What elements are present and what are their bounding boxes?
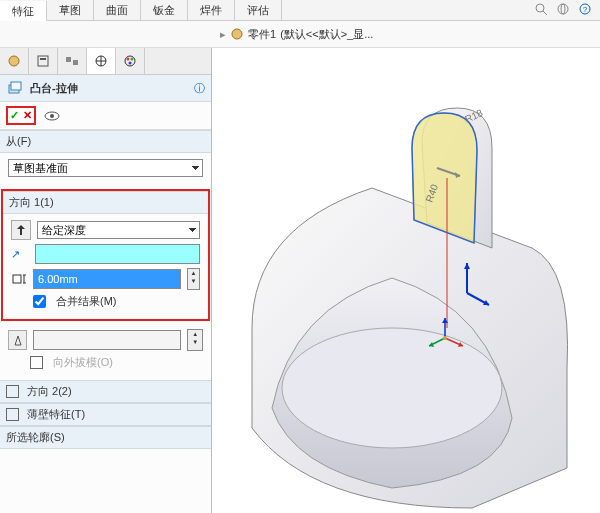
from-select[interactable]: 草图基准面 (8, 159, 203, 177)
draft-spinner[interactable]: ▲▼ (187, 329, 203, 351)
breadcrumb-bar: ▸ 零件1 (默认<<默认>_显... (0, 21, 600, 48)
extrude-icon (6, 79, 24, 97)
help-icon[interactable]: ⓘ (194, 81, 205, 96)
property-panel: 凸台-拉伸 ⓘ ✓ ✕ 从(F) 草图基准面 方向 1(1) 给定深度 (0, 48, 212, 513)
breadcrumb-trail: (默认<<默认>_显... (280, 27, 373, 42)
draft-angle-input[interactable] (33, 330, 181, 350)
svg-line-1 (543, 11, 547, 15)
svg-point-22 (50, 114, 54, 118)
section-thin-header[interactable]: 薄壁特征(T) (0, 403, 211, 426)
globe-icon[interactable] (556, 2, 570, 16)
help-icon[interactable]: ? (578, 2, 592, 16)
graphics-viewport[interactable]: R18 R40 (212, 48, 600, 513)
tab-sketch[interactable]: 草图 (47, 0, 94, 20)
ribbon-tabs: 特征 草图 曲面 钣金 焊件 评估 ? (0, 0, 600, 21)
panel-tab-feature-tree[interactable] (0, 48, 29, 74)
feature-title: 凸台-拉伸 (30, 81, 78, 96)
svg-point-7 (9, 56, 19, 66)
preview-icon[interactable] (44, 110, 60, 122)
section-dir2-header[interactable]: 方向 2(2) (0, 380, 211, 403)
svg-rect-23 (13, 275, 21, 283)
tab-evaluate[interactable]: 评估 (235, 0, 282, 20)
svg-point-2 (558, 4, 568, 14)
svg-point-27 (282, 328, 502, 448)
ok-button[interactable]: ✓ (10, 109, 19, 122)
svg-point-36 (443, 336, 447, 340)
merge-result-checkbox[interactable] (33, 295, 46, 308)
draft-button[interactable] (8, 330, 27, 350)
svg-rect-11 (73, 60, 78, 65)
back-arrow-icon[interactable]: ▸ (220, 28, 226, 41)
section-contour-header[interactable]: 所选轮廓(S) (0, 426, 211, 449)
action-bar: ✓ ✕ (0, 102, 211, 130)
panel-tab-config[interactable] (58, 48, 87, 74)
breadcrumb-part[interactable]: 零件1 (248, 27, 276, 42)
panel-tab-appearance[interactable] (116, 48, 145, 74)
search-icon[interactable] (534, 2, 548, 16)
panel-tab-dim[interactable] (87, 48, 116, 74)
part-icon (230, 27, 244, 41)
svg-point-16 (127, 58, 130, 61)
feature-header: 凸台-拉伸 ⓘ (0, 75, 211, 102)
tab-feature[interactable]: 特征 (0, 1, 47, 21)
tab-sheetmetal[interactable]: 钣金 (141, 0, 188, 20)
draft-outward-label: 向外拔模(O) (53, 355, 113, 370)
draft-outward-checkbox (30, 356, 43, 369)
tab-weldment[interactable]: 焊件 (188, 0, 235, 20)
direction-arrow-icon: ↗ (11, 248, 29, 261)
direction-vector-field[interactable] (35, 244, 200, 264)
svg-rect-20 (11, 82, 21, 90)
cancel-button[interactable]: ✕ (23, 109, 32, 122)
section-from-header: 从(F) (0, 130, 211, 153)
svg-point-3 (561, 4, 565, 14)
section-dir1-header: 方向 1(1) (3, 191, 208, 214)
depth-spinner[interactable]: ▲▼ (187, 268, 200, 290)
tab-surface[interactable]: 曲面 (94, 0, 141, 20)
depth-input[interactable] (33, 269, 181, 289)
svg-rect-10 (66, 57, 71, 62)
panel-tab-property[interactable] (29, 48, 58, 74)
svg-point-18 (129, 62, 132, 65)
svg-rect-9 (40, 58, 46, 60)
end-condition-select[interactable]: 给定深度 (37, 221, 200, 239)
svg-point-0 (536, 4, 544, 12)
svg-rect-8 (38, 56, 48, 66)
panel-tab-strip (0, 48, 211, 75)
merge-result-label: 合并结果(M) (56, 294, 117, 309)
svg-text:?: ? (583, 5, 588, 14)
svg-point-17 (131, 58, 134, 61)
reverse-direction-button[interactable] (11, 220, 31, 240)
svg-point-6 (232, 29, 242, 39)
depth-icon (11, 271, 27, 287)
